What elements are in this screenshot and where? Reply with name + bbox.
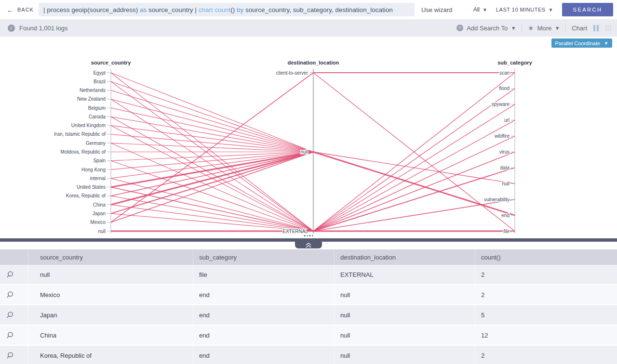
time-range-value: LAST 10 MINUTES [496,7,546,13]
column-header-destination-location: destination_location [334,249,475,265]
parallel-coordinates-chart: source_countryEgyptBrazilNetherlandsNew … [0,37,617,238]
row-actions-cell [0,325,28,345]
chart-edge [313,199,515,231]
axis-category-label: Korea, Republic of [66,193,106,198]
toolbar-right: + Add Search To ▼ ★ More ▼ Chart [456,24,612,32]
found-status: ✓ Found 1,001 logs [8,25,67,32]
chevron-down-icon: ▼ [549,7,553,13]
chart-edge [111,134,313,152]
row-actions-cell [0,285,28,304]
table-cell: null [334,325,475,345]
top-query-bar: ← BACK | process geoip(source_address) a… [0,0,617,19]
axis-category-label: Egypt [93,70,106,76]
divider [565,24,566,32]
axis-title: source_country [91,60,131,65]
axis-category-label: null [502,181,510,186]
axis-category-label: internal [90,176,106,181]
collapse-results-button[interactable] [295,242,322,248]
axis-category-label: Japan [93,211,106,216]
magnifier-icon[interactable] [5,310,15,320]
axis-category-label: Germany [86,141,106,146]
check-circle-icon: ✓ [8,25,15,32]
chevron-down-icon: ▼ [555,26,560,31]
column-header-count: count() [475,249,617,265]
axis-category-label: spyware [492,102,510,107]
search-button[interactable]: SEARCH [562,3,613,16]
table-row: Korea, Republic ofendnull2 [0,346,617,364]
axis-title: destination_location [288,60,339,65]
chart-edge [111,152,313,196]
use-wizard-link[interactable]: Use wizard [421,6,452,13]
table-cell: 2 [475,285,617,304]
row-actions-cell [0,346,28,364]
grid-view-icon[interactable] [605,25,612,31]
chart-label: Chart [572,25,587,32]
more-label: More [537,25,552,32]
row-actions-cell [0,305,28,325]
results-table: source_country sub_category destination_… [0,249,617,364]
axis-category-label: China [93,202,106,208]
table-cell: 5 [475,305,617,325]
chart-edge [111,73,313,222]
table-header-row: source_country sub_category destination_… [0,249,617,265]
star-icon: ★ [528,24,534,32]
table-row: Japanendnull5 [0,305,617,325]
table-cell: end [193,346,334,364]
plus-circle-icon: + [456,25,463,31]
axis-category-label: file [503,229,510,234]
magnifier-icon[interactable] [5,351,15,361]
magnifier-icon[interactable] [5,290,15,300]
back-button[interactable]: ← BACK [7,6,34,13]
more-button[interactable]: ★ More ▼ [528,24,560,32]
chart-edge [313,104,515,231]
axis-category-label: EXTERNAL [282,229,308,234]
back-label: BACK [17,7,34,13]
back-arrow-icon: ← [7,6,14,13]
axis-category-label: Hong Kong [81,167,106,172]
chart-edge [111,152,313,205]
chart-edge [111,99,313,152]
table-cell: 2 [475,346,617,364]
axis-category-label: scan [499,70,510,76]
chevron-down-icon: ▼ [483,7,487,13]
results-toolbar: ✓ Found 1,001 logs + Add Search To ▼ ★ M… [0,19,617,37]
results-divider[interactable] [0,238,617,242]
table-cell: 12 [475,325,617,345]
axis-category-label: Iran, Islamic Republic of [54,131,106,137]
table-cell: null [334,285,475,304]
column-header-sub-category: sub_category [193,249,334,265]
chart-panel: Parallel Coordinate ▼ source_countryEgyp… [0,37,617,238]
query-input[interactable]: | process geoip(source_address) as sourc… [39,3,415,16]
table-row: Chinaendnull12 [0,325,617,346]
table-cell: end [193,325,334,345]
chart-type-dropdown[interactable]: Parallel Coordinate ▼ [551,39,612,48]
axis-category-label: vulnerability [484,197,510,202]
query-token: as [140,6,147,13]
time-range-dropdown[interactable]: LAST 10 MINUTES ▼ [496,7,553,13]
axis-category-label: Canada [89,114,106,119]
row-actions-cell [0,265,28,284]
found-logs-text: Found 1,001 logs [19,25,67,32]
axis-category-label: Moldova, Republic of [61,149,106,155]
query-token: | process geoip(source_address) [43,6,140,13]
chart-edge [111,161,313,231]
axis-category-label: United States [77,184,106,190]
table-cell: file [193,265,334,284]
axis-category-label: data [500,165,510,170]
table-row: Mexicoendnull2 [0,285,617,305]
magnifier-icon[interactable] [5,330,15,340]
add-search-to-button[interactable]: + Add Search To ▼ [456,25,516,32]
topbar-right: All ▼ LAST 10 MINUTES ▼ SEARCH [473,3,613,16]
magnifier-icon[interactable] [5,270,15,280]
axis-category-label: Brazil [94,79,106,84]
axis-category-label: United Kingdom [71,123,106,128]
chart-view-icon[interactable] [593,25,599,32]
axis-category-label: flood [499,86,510,91]
axis-category-label: client-to-server [276,70,308,76]
divider [522,24,522,32]
table-cell: Mexico [28,285,193,304]
chart-edge [111,152,313,222]
table-cell: EXTERNAL [334,265,475,284]
scope-dropdown[interactable]: All ▼ [473,6,487,13]
chart-edge [111,152,313,214]
